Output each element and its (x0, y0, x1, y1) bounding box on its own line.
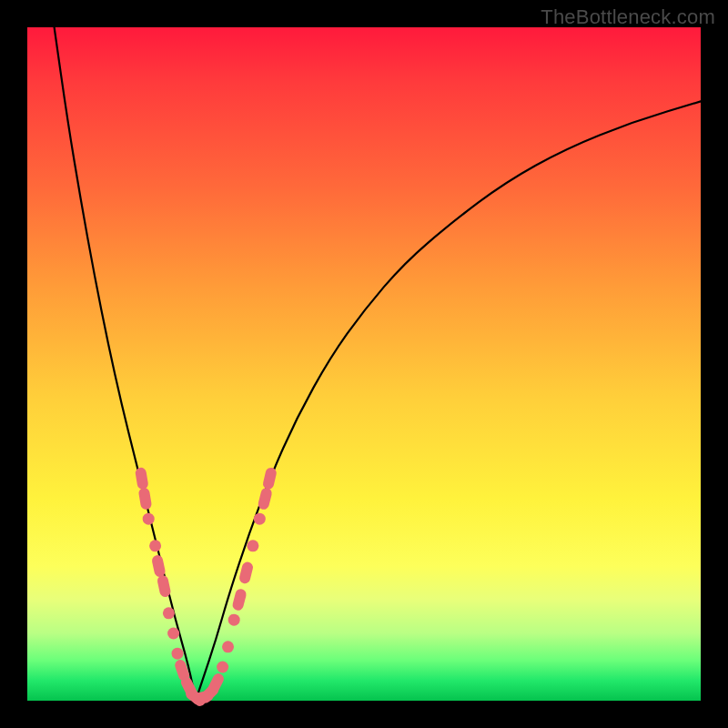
curve-group (55, 27, 701, 701)
marker-dot (167, 628, 179, 640)
marker-dot (222, 641, 234, 652)
marker-pill (238, 561, 254, 584)
marker-dot (254, 513, 266, 525)
marker-pill (157, 574, 172, 598)
marker-dot (247, 540, 258, 551)
marker-dot (172, 648, 184, 660)
right-branch-curve (196, 101, 701, 701)
marker-dot (217, 662, 228, 673)
left-branch-curve (55, 27, 196, 701)
marker-pill (138, 487, 153, 511)
watermark-text: TheBottleneck.com (541, 5, 715, 29)
marker-pill (231, 588, 248, 612)
marker-pill (135, 467, 149, 490)
marker-pill (262, 467, 278, 490)
marker-dot (143, 513, 155, 525)
marker-dot (163, 607, 175, 619)
plot-area (27, 27, 701, 701)
chart-frame: TheBottleneck.com (0, 0, 728, 728)
marker-dot (228, 614, 240, 626)
chart-svg (27, 27, 701, 701)
marker-dot (149, 540, 161, 551)
marker-pill (257, 487, 272, 511)
marker-pill (151, 554, 167, 578)
